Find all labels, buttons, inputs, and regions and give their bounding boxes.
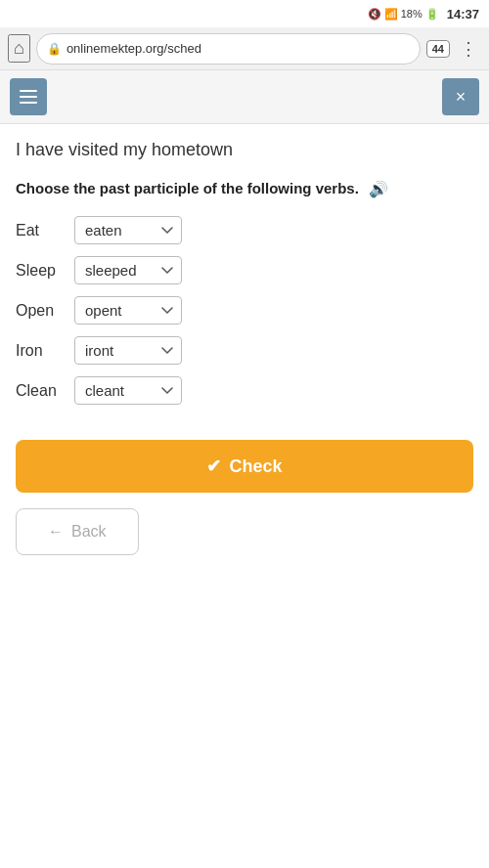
top-toolbar: × xyxy=(0,70,489,124)
verb-select-clean[interactable]: cleanedcleantcleancleaning xyxy=(74,376,182,405)
verb-row: Ironironedirontironironing xyxy=(16,336,473,365)
verb-row: Openopenedopentopenopening xyxy=(16,296,473,325)
browser-menu-icon[interactable]: ⋮ xyxy=(456,36,481,62)
main-content: I have visited my hometown Choose the pa… xyxy=(0,124,489,575)
mute-icon: 🔇 xyxy=(368,8,381,21)
url-text: onlinemektep.org/sched xyxy=(67,41,201,56)
tab-count[interactable]: 44 xyxy=(426,40,450,58)
verb-select-sleep[interactable]: sleptsleepedsleptsleeping xyxy=(74,256,182,284)
verb-label: Open xyxy=(16,302,65,320)
hamburger-line xyxy=(20,96,37,98)
verb-row: Sleepsleptsleepedsleptsleeping xyxy=(16,256,473,284)
address-bar[interactable]: 🔒 onlinemektep.org/sched xyxy=(36,33,421,65)
battery-text: 18% xyxy=(401,8,422,20)
verb-label: Eat xyxy=(16,222,65,239)
back-button[interactable]: ← Back xyxy=(16,508,139,555)
back-label: Back xyxy=(71,523,107,541)
check-button[interactable]: ✔ Check xyxy=(16,440,473,493)
verb-list: EatateeateneateatedSleepsleptsleepedslep… xyxy=(16,216,473,405)
check-label: Check xyxy=(229,456,282,477)
status-bar: 🔇 📶 18% 🔋 14:37 xyxy=(0,0,489,27)
close-button[interactable]: × xyxy=(442,78,479,115)
home-button[interactable]: ⌂ xyxy=(8,34,30,63)
verb-row: Cleancleanedcleantcleancleaning xyxy=(16,376,473,405)
browser-bar: ⌂ 🔒 onlinemektep.org/sched 44 ⋮ xyxy=(0,27,489,70)
signal-icon: 📶 xyxy=(384,8,398,21)
hamburger-line xyxy=(20,102,37,104)
page-title: I have visited my hometown xyxy=(16,140,473,160)
sound-icon[interactable]: 🔊 xyxy=(369,179,388,200)
verb-select-open[interactable]: openedopentopenopening xyxy=(74,296,182,325)
verb-select-iron[interactable]: ironedirontironironing xyxy=(74,336,182,365)
verb-label: Sleep xyxy=(16,262,65,280)
instruction-text: Choose the past participle of the follow… xyxy=(16,178,473,200)
hamburger-button[interactable] xyxy=(10,78,47,115)
battery-icon: 🔋 xyxy=(425,8,439,21)
check-icon: ✔ xyxy=(206,456,221,477)
verb-row: Eatateeateneateated xyxy=(16,216,473,244)
status-icons: 🔇 📶 18% 🔋 xyxy=(368,8,439,21)
back-arrow-icon: ← xyxy=(48,523,64,541)
verb-label: Clean xyxy=(16,382,65,400)
verb-select-eat[interactable]: ateeateneateated xyxy=(74,216,182,244)
clock: 14:37 xyxy=(447,7,479,22)
verb-label: Iron xyxy=(16,342,65,360)
hamburger-line xyxy=(20,90,37,92)
lock-icon: 🔒 xyxy=(47,42,62,56)
